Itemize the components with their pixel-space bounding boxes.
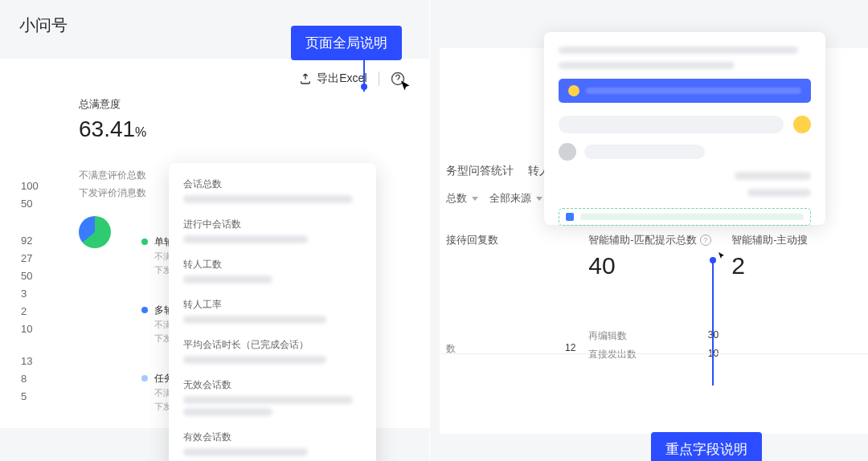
tab-qa-stats[interactable]: 务型问答统计 — [446, 164, 514, 178]
callout-field: 重点字段说明 — [651, 432, 762, 461]
filter-source[interactable]: 全部来源 — [489, 191, 542, 206]
cursor-pointer-icon — [717, 251, 727, 261]
help-icon[interactable] — [391, 71, 405, 86]
metric-value: 40 — [588, 252, 719, 279]
chevron-down-icon — [536, 197, 542, 201]
metric-value: 2 — [731, 252, 862, 279]
axis-numbers-1: 100 50 — [21, 177, 39, 213]
filter-total[interactable]: 总数 — [446, 191, 478, 206]
toolbar-divider — [379, 71, 379, 86]
metric-label-match-hints: 智能辅助-匹配提示总数 — [588, 233, 696, 247]
metric-label-reply-count: 接待回复数 — [446, 233, 576, 247]
axis-numbers-2: 92 27 50 3 2 10 — [21, 232, 32, 338]
axis-numbers-3: 13 8 5 — [21, 353, 32, 406]
donut-chart — [79, 216, 111, 248]
help-popover: 会话总数 进行中会话数 转人工数 转人工率 平均会话时长（已完成会话） 无效会话… — [169, 163, 376, 461]
export-excel-button[interactable]: 导出Excel — [299, 71, 366, 86]
callout-global: 页面全局说明 — [291, 26, 402, 60]
chevron-down-icon — [472, 197, 478, 201]
field-tooltip-preview — [544, 32, 825, 225]
metric-label-proactive-search: 智能辅助-主动搜 — [731, 233, 862, 247]
help-icon[interactable]: ? — [700, 235, 711, 246]
